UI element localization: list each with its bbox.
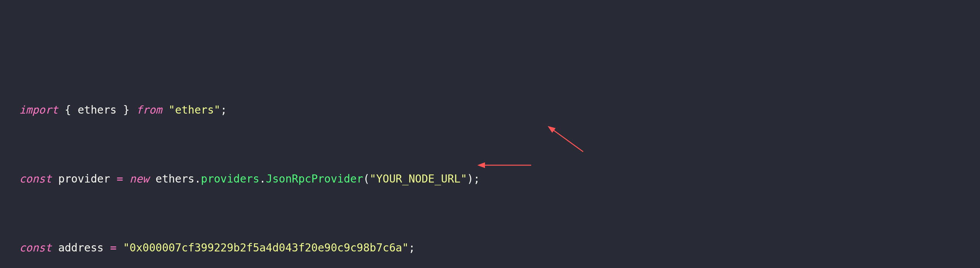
class-jsonrpcprovider: JsonRpcProvider <box>266 173 363 185</box>
string-address-value: 0x000007cf399229b2f5a4d043f20e90c9c98b7c… <box>130 241 402 254</box>
identifier-ethers: ethers <box>78 104 117 116</box>
space <box>117 241 123 254</box>
code-line-5: const address = "0x000007cf399229b2f5a4d… <box>19 240 961 257</box>
semicolon: ; <box>408 241 415 254</box>
keyword-import: import <box>19 104 58 116</box>
code-block: import { ethers } from "ethers"; const p… <box>19 84 961 268</box>
code-line-3: const provider = new ethers.providers.Js… <box>19 171 961 188</box>
string-quote: " <box>402 241 409 254</box>
paren-open: ( <box>363 173 370 185</box>
space <box>110 173 117 185</box>
keyword-const: const <box>19 241 52 254</box>
string-quote: " <box>370 173 376 185</box>
string-quote: " <box>214 104 221 116</box>
space <box>52 173 58 185</box>
identifier-address: address <box>58 241 104 254</box>
space <box>52 241 58 254</box>
code-line-1: import { ethers } from "ethers"; <box>19 102 961 119</box>
code-line-2-blank <box>19 136 961 154</box>
paren-close: ) <box>467 173 473 185</box>
keyword-from: from <box>136 104 162 116</box>
dot: . <box>259 173 266 185</box>
string-node-url: YOUR_NODE_URL <box>376 173 460 185</box>
operator-eq: = <box>110 241 117 254</box>
annotation-arrow-address <box>477 159 535 171</box>
space <box>104 241 110 254</box>
keyword-new: new <box>130 173 149 185</box>
string-quote: " <box>169 104 175 116</box>
brace-open: { <box>58 104 78 116</box>
space <box>162 104 169 116</box>
space <box>149 173 156 185</box>
string-quote: " <box>123 241 130 254</box>
string-module: ethers <box>175 104 214 116</box>
property-providers: providers <box>201 173 259 185</box>
identifier-provider: provider <box>58 173 110 185</box>
semicolon: ; <box>473 173 480 185</box>
space <box>123 173 130 185</box>
keyword-const: const <box>19 173 52 185</box>
semicolon: ; <box>221 104 227 116</box>
identifier-ethers: ethers <box>156 173 194 185</box>
dot: . <box>194 173 201 185</box>
operator-eq: = <box>117 173 123 185</box>
brace-close: } <box>117 104 136 116</box>
code-line-4-blank <box>19 205 961 223</box>
string-quote: " <box>460 173 467 185</box>
